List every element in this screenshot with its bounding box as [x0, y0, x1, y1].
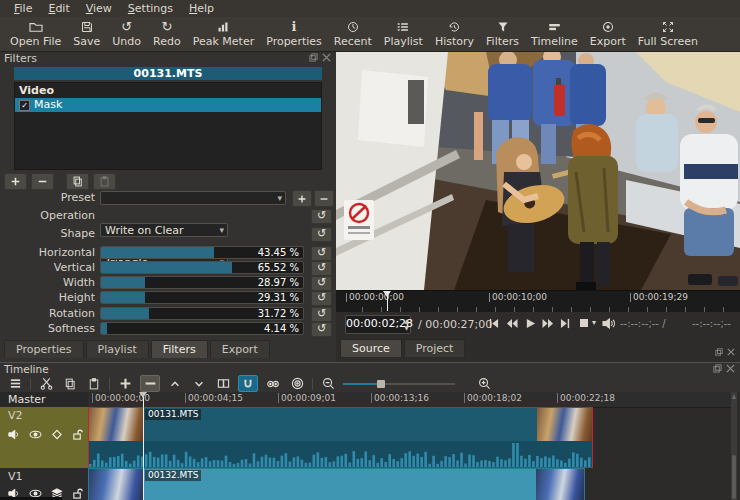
paste-filters-button[interactable] — [93, 173, 116, 190]
tab-project[interactable]: Project — [404, 339, 466, 357]
reset-rotation-button[interactable]: ↺ — [311, 307, 332, 322]
save-preset-button[interactable] — [292, 190, 312, 207]
history-button[interactable]: History — [429, 20, 480, 49]
track-head-master[interactable]: Master — [0, 392, 88, 407]
reset-softness-button[interactable]: ↺ — [311, 322, 332, 337]
spin-down-icon[interactable]: ▼ — [404, 324, 409, 331]
stop-button[interactable] — [579, 318, 589, 328]
volume-button[interactable] — [602, 318, 615, 329]
reset-horizontal-button[interactable]: ↺ — [311, 246, 332, 261]
paste-button[interactable] — [85, 376, 103, 391]
overwrite-button[interactable] — [190, 376, 208, 391]
reset-shape-button[interactable]: ↺ — [311, 227, 332, 242]
append-button[interactable] — [116, 376, 134, 391]
hide-eye-icon[interactable] — [29, 429, 42, 440]
playlist-button[interactable]: Playlist — [378, 20, 429, 49]
zoom-slider-handle[interactable] — [377, 380, 385, 388]
menu-view[interactable]: View — [78, 1, 120, 16]
redo-button[interactable]: ↻ Redo — [147, 20, 187, 49]
tab-playlist[interactable]: Playlist — [86, 340, 149, 358]
composite-diamond-icon[interactable] — [51, 429, 63, 440]
track-head-v2[interactable]: V2 — [0, 407, 88, 468]
tab-source[interactable]: Source — [340, 339, 402, 357]
lock-open-icon[interactable] — [72, 488, 83, 499]
float-panel-icon[interactable] — [715, 348, 723, 356]
timeline-playhead-handle[interactable] — [139, 392, 147, 398]
filters-button[interactable]: Filters — [480, 20, 525, 49]
delete-preset-button[interactable] — [314, 190, 334, 207]
menu-help[interactable]: Help — [181, 1, 222, 16]
vertical-slider[interactable]: 65.52 % — [100, 261, 304, 274]
player-scrub-bar[interactable]: 00:00:00;00 00:00:10;00 00:00:19;29 — [336, 290, 740, 312]
tab-properties[interactable]: Properties — [4, 340, 84, 358]
reset-width-button[interactable]: ↺ — [311, 276, 332, 291]
float-panel-icon[interactable] — [309, 53, 318, 62]
skip-to-end-button[interactable] — [560, 318, 571, 329]
close-panel-icon[interactable] — [726, 364, 735, 373]
operation-combobox[interactable]: Write on Clear ▾ — [100, 223, 228, 237]
preset-combobox[interactable]: ▾ — [100, 191, 286, 205]
zoom-in-button[interactable] — [475, 376, 493, 391]
timeline-playhead[interactable] — [143, 392, 144, 500]
float-panel-icon[interactable] — [713, 364, 722, 373]
cut-button[interactable] — [37, 376, 55, 391]
reset-operation-button[interactable]: ↺ — [311, 209, 332, 224]
split-button[interactable] — [214, 376, 232, 391]
full-screen-button[interactable]: Full Screen — [632, 20, 704, 49]
filter-item-mask[interactable]: ✓ Mask — [15, 98, 321, 112]
clip-00131[interactable]: 00131.MTS — [88, 407, 593, 468]
copy-filters-button[interactable] — [66, 173, 89, 190]
reset-height-button[interactable]: ↺ — [311, 291, 332, 306]
menu-settings[interactable]: Settings — [120, 1, 181, 16]
snap-toggle-button[interactable] — [238, 375, 258, 392]
video-preview[interactable] — [336, 52, 740, 290]
softness-slider[interactable]: 4.14 % — [100, 322, 304, 335]
lock-open-icon[interactable] — [72, 429, 83, 440]
filter-checkbox[interactable]: ✓ — [19, 100, 30, 111]
play-button[interactable] — [525, 318, 536, 329]
scroll-up-arrow[interactable] — [732, 394, 736, 399]
timeline-button[interactable]: Timeline — [525, 20, 584, 49]
export-button[interactable]: Export — [584, 20, 632, 49]
horizontal-slider[interactable]: 43.45 % — [100, 246, 304, 259]
close-panel-icon[interactable] — [727, 348, 735, 356]
undo-button[interactable]: ↺ Undo — [106, 20, 147, 49]
skip-to-start-button[interactable] — [488, 318, 499, 329]
menu-file[interactable]: File — [6, 1, 40, 16]
fast-forward-button[interactable] — [542, 318, 554, 329]
ripple-all-tracks-button[interactable] — [288, 376, 306, 391]
lift-button[interactable] — [166, 376, 184, 391]
timeline-vertical-scrollbar[interactable] — [731, 392, 737, 500]
mute-icon[interactable] — [8, 429, 20, 440]
copy-button[interactable] — [61, 376, 79, 391]
add-filter-button[interactable] — [4, 173, 27, 190]
player-playhead-handle[interactable] — [383, 291, 391, 297]
properties-button[interactable]: i Properties — [260, 20, 328, 49]
peak-meter-button[interactable]: Peak Meter — [187, 20, 260, 49]
height-slider[interactable]: 29.31 % — [100, 291, 304, 304]
open-file-button[interactable]: Open File — [4, 20, 67, 49]
scrollbar-thumb[interactable] — [732, 455, 736, 499]
player-menu-dropdown[interactable]: ▾ — [592, 318, 596, 327]
zoom-out-button[interactable] — [319, 376, 337, 391]
spin-up-icon[interactable]: ▲ — [404, 317, 409, 324]
close-panel-icon[interactable] — [322, 53, 331, 62]
timeline-menu-button[interactable] — [6, 376, 24, 391]
track-head-v1[interactable]: V1 — [0, 468, 88, 500]
tab-export[interactable]: Export — [210, 340, 270, 358]
ripple-delete-button[interactable] — [140, 375, 160, 392]
recent-button[interactable]: Recent — [328, 20, 378, 49]
rewind-button[interactable] — [506, 318, 518, 329]
menu-edit[interactable]: Edit — [40, 1, 77, 16]
timeline-zoom-slider[interactable] — [343, 377, 455, 391]
reset-vertical-button[interactable]: ↺ — [311, 261, 332, 276]
time-spinner[interactable]: ▲▼ — [402, 315, 411, 332]
clip-00132[interactable]: 00132.MTS — [88, 468, 585, 500]
width-slider[interactable]: 28.97 % — [100, 276, 304, 289]
remove-filter-button[interactable] — [31, 173, 54, 190]
rotation-slider[interactable]: 31.72 % — [100, 307, 304, 320]
timeline-ruler[interactable]: 00:00:00;00 00:00:04;15 00:00:09;01 00:0… — [88, 392, 731, 408]
tab-filters[interactable]: Filters — [151, 340, 208, 358]
scrub-while-dragging-button[interactable] — [264, 376, 282, 391]
save-button[interactable]: Save — [67, 20, 106, 49]
